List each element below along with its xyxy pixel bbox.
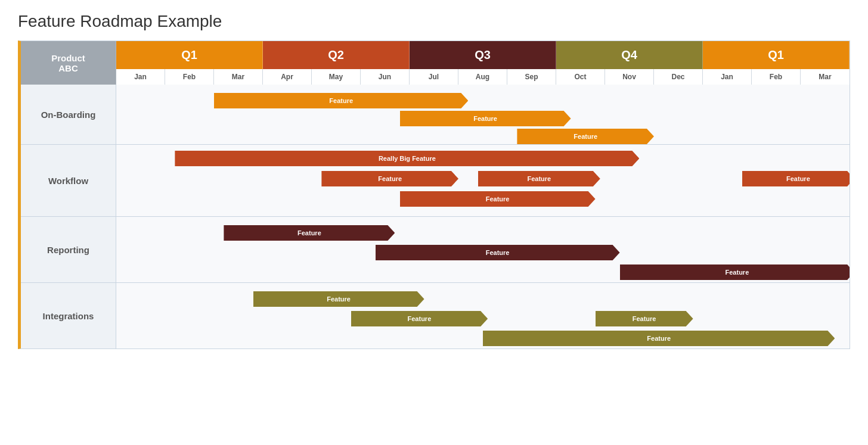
month-nov: Nov: [605, 69, 654, 85]
quarter-q4: Q4: [556, 41, 703, 69]
bar-integrations-2: Feature: [351, 311, 488, 326]
month-aug: Aug: [458, 69, 507, 85]
month-mar2: Mar: [801, 69, 850, 85]
bar-workflow-3: Feature: [478, 171, 600, 186]
row-integrations: Integrations Feature Feature Feature Fea…: [21, 283, 850, 348]
bar-integrations-3: Feature: [596, 311, 693, 326]
row-reporting: Reporting Feature Feature Feature: [21, 217, 850, 283]
month-jun: Jun: [361, 69, 410, 85]
month-apr: Apr: [263, 69, 312, 85]
month-sep: Sep: [507, 69, 556, 85]
page-title: Feature Roadmap Example: [18, 12, 850, 31]
bar-onboarding-2: Feature: [400, 111, 571, 126]
quarter-q1-first: Q1: [116, 41, 263, 69]
row-content-onboarding: Feature Feature Feature: [116, 85, 850, 144]
quarter-q2: Q2: [263, 41, 410, 69]
row-label-onboarding: On-Boarding: [21, 85, 116, 144]
month-feb1: Feb: [165, 69, 214, 85]
row-content-workflow: Really Big Feature Feature Feature Featu…: [116, 145, 850, 216]
month-jan2: Jan: [703, 69, 752, 85]
row-workflow: Workflow Really Big Feature Feature Feat…: [21, 145, 850, 217]
month-jul: Jul: [410, 69, 458, 85]
month-oct: Oct: [556, 69, 605, 85]
bar-reporting-1: Feature: [224, 225, 395, 241]
quarter-q1-second: Q1: [703, 41, 850, 69]
bar-onboarding-3: Feature: [517, 129, 654, 144]
month-jan1: Jan: [116, 69, 165, 85]
bar-reporting-2: Feature: [376, 245, 620, 260]
row-content-integrations: Feature Feature Feature Feature: [116, 283, 850, 348]
row-content-reporting: Feature Feature Feature: [116, 217, 850, 282]
bar-workflow-rbf: Really Big Feature: [175, 151, 639, 166]
bar-integrations-4: Feature: [483, 331, 835, 346]
roadmap-container: Product ABC Q1 Q2 Q3 Q4 Q1 Jan Feb Mar A…: [18, 41, 850, 349]
bar-workflow-2: Feature: [321, 171, 458, 186]
row-label-integrations: Integrations: [21, 283, 116, 348]
month-dec: Dec: [654, 69, 703, 85]
row-label-workflow: Workflow: [21, 145, 116, 216]
quarter-q3: Q3: [410, 41, 556, 69]
bar-workflow-5: Feature: [400, 191, 596, 207]
bar-reporting-3: Feature: [620, 264, 850, 280]
month-feb2: Feb: [752, 69, 801, 85]
bar-workflow-4: Feature: [742, 171, 850, 186]
row-label-reporting: Reporting: [21, 217, 116, 282]
product-label: Product ABC: [21, 41, 116, 85]
bar-onboarding-1: Feature: [214, 93, 468, 108]
month-may: May: [312, 69, 361, 85]
bar-integrations-1: Feature: [253, 291, 424, 307]
month-mar1: Mar: [214, 69, 263, 85]
row-onboarding: On-Boarding Feature Feature Feature: [21, 85, 850, 145]
